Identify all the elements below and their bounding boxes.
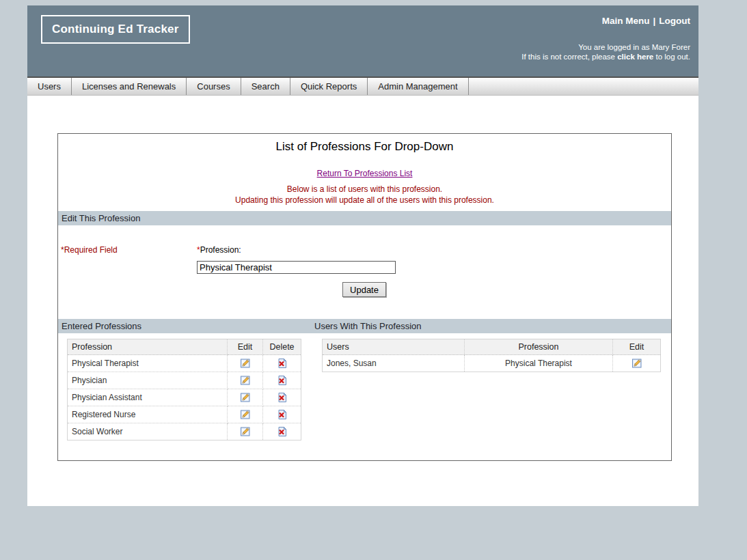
edit-profession-section-header: Edit This Profession — [58, 211, 671, 225]
profession-cell: Physical Therapist — [68, 355, 228, 372]
content-area: List of Professions For Drop-Down Return… — [27, 96, 698, 506]
tab-quick-reports[interactable]: Quick Reports — [290, 78, 368, 95]
app-logo: Continuing Ed Tracker — [41, 15, 190, 44]
edit-icon[interactable] — [240, 426, 251, 437]
nav-tabbar: Users Licenses and Renewals Courses Sear… — [27, 76, 698, 96]
column-header-users: Users — [323, 339, 465, 355]
user-cell: Jones, Susan — [323, 355, 465, 372]
required-field-label: *Required Field — [61, 245, 118, 255]
return-link-row: Return To Professions List — [58, 167, 671, 179]
table-row: Physician Assistant — [68, 389, 301, 406]
edit-icon[interactable] — [240, 358, 251, 369]
delete-icon[interactable] — [277, 392, 288, 403]
profession-cell: Social Worker — [68, 423, 228, 440]
column-header-profession: Profession — [465, 339, 613, 355]
column-header-edit: Edit — [228, 339, 263, 355]
tab-courses[interactable]: Courses — [187, 78, 241, 95]
users-table: Users Profession Edit Jones, Susan Physi… — [322, 339, 661, 372]
profession-cell: Physician Assistant — [68, 389, 228, 406]
profession-cell: Registered Nurse — [68, 406, 228, 423]
update-button[interactable]: Update — [342, 282, 386, 297]
edit-profession-form: *Required Field *Profession: Update — [58, 225, 671, 313]
profession-label: *Profession: — [197, 245, 241, 255]
app-title: Continuing Ed Tracker — [52, 23, 179, 36]
edit-icon[interactable] — [240, 392, 251, 403]
delete-icon[interactable] — [277, 409, 288, 420]
delete-icon[interactable] — [277, 358, 288, 369]
table-row: Social Worker — [68, 423, 301, 440]
table-header-row: Users Profession Edit — [323, 339, 661, 355]
tab-search[interactable]: Search — [241, 78, 290, 95]
table-row: Physician — [68, 372, 301, 389]
profession-input[interactable] — [197, 261, 396, 274]
page: Continuing Ed Tracker Main Menu|Logout Y… — [27, 5, 698, 506]
tab-licenses-and-renewals[interactable]: Licenses and Renewals — [72, 78, 187, 95]
tables-row: Profession Edit Delete Physical Therapis… — [67, 339, 671, 440]
notice-line-1: Below is a list of users with this profe… — [58, 184, 671, 195]
edit-icon[interactable] — [240, 409, 251, 420]
main-menu-link[interactable]: Main Menu — [602, 16, 650, 26]
edit-profession-title: Edit This Profession — [62, 213, 140, 223]
professions-panel: List of Professions For Drop-Down Return… — [57, 133, 672, 461]
notice-line-2: Updating this profession will update all… — [58, 195, 671, 206]
delete-icon[interactable] — [277, 426, 288, 437]
column-header-delete: Delete — [263, 339, 301, 355]
table-row: Physical Therapist — [68, 355, 301, 372]
table-row: Registered Nurse — [68, 406, 301, 423]
profession-cell: Physical Therapist — [465, 355, 613, 372]
login-status: You are logged in as Mary Forer If this … — [521, 42, 690, 61]
profession-cell: Physician — [68, 372, 228, 389]
edit-icon[interactable] — [631, 358, 642, 369]
tab-users[interactable]: Users — [27, 78, 72, 95]
menu-separator: | — [653, 16, 655, 26]
return-to-professions-link[interactable]: Return To Professions List — [317, 169, 413, 178]
logout-hint-prefix: If this is not correct, please — [521, 53, 617, 61]
logout-hint: If this is not correct, please click her… — [521, 52, 690, 61]
users-with-profession-title: Users With This Profession — [314, 319, 422, 333]
edit-icon[interactable] — [240, 375, 251, 386]
delete-icon[interactable] — [277, 375, 288, 386]
table-row: Jones, Susan Physical Therapist — [323, 355, 661, 372]
app-header: Continuing Ed Tracker Main Menu|Logout Y… — [27, 5, 698, 76]
logout-link[interactable]: Logout — [659, 16, 690, 26]
lists-section-header: Entered Professions Users With This Prof… — [58, 319, 671, 333]
logged-in-text: You are logged in as Mary Forer — [521, 42, 690, 52]
column-header-profession: Profession — [68, 339, 228, 355]
entered-professions-table: Profession Edit Delete Physical Therapis… — [67, 339, 301, 440]
header-menu: Main Menu|Logout — [521, 16, 690, 26]
table-header-row: Profession Edit Delete — [68, 339, 301, 355]
header-right: Main Menu|Logout You are logged in as Ma… — [521, 16, 690, 61]
profession-label-text: Profession: — [200, 245, 241, 255]
tab-admin-management[interactable]: Admin Management — [368, 78, 468, 95]
column-header-edit: Edit — [613, 339, 661, 355]
click-here-link[interactable]: click here — [617, 53, 653, 61]
entered-professions-title: Entered Professions — [62, 321, 141, 331]
logout-hint-suffix: to log out. — [653, 53, 690, 61]
page-title: List of Professions For Drop-Down — [58, 134, 671, 154]
